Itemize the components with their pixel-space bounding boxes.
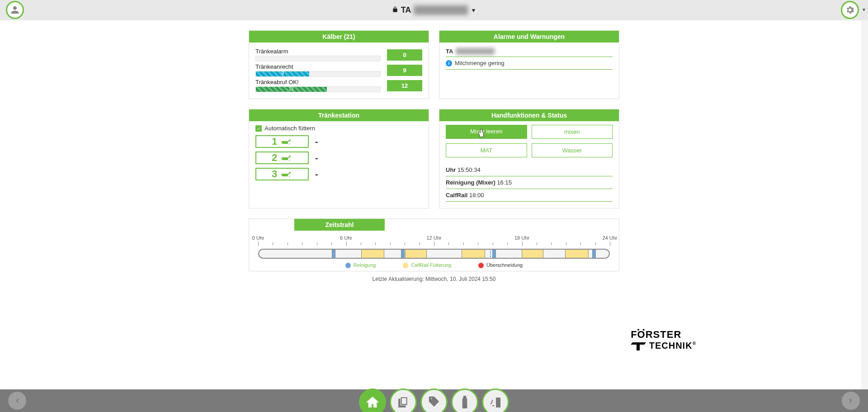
station-box: 2 [255,152,309,164]
timeline-segment-yellow [462,250,485,258]
mat-button[interactable]: MAT [446,143,527,157]
panel-station: Tränkestation Automatisch füttern 1-2-3- [249,109,429,208]
station-box: 3 [255,168,309,180]
auto-feed-checkbox[interactable]: Automatisch füttern [255,125,422,132]
legend-reinigung: Reinigung [345,262,376,268]
gear-icon [845,5,855,15]
header-chevron-down-icon: ▼ [862,7,866,12]
calf-icon [281,154,292,162]
nav-next-button[interactable] [842,392,860,410]
svg-rect-0 [496,398,500,407]
chevron-right-icon [847,397,855,405]
station-box: 1 [255,135,309,148]
device-selector[interactable]: TA XXXXXXXXX ▼ [392,5,476,15]
info-icon: i [446,60,452,66]
mixer-leeren-button[interactable]: Mixer leeren [446,125,527,139]
legend-overlap: Überschneidung [478,262,523,268]
panel-kaelber-title: Kälber (21) [249,31,429,43]
auto-feed-label: Automatisch füttern [264,125,315,132]
nav-station-button[interactable] [482,388,509,412]
panel-alarms: Alarme und Warnungen TA XXXXXXXXX iMilch… [439,30,619,99]
kaelber-row[interactable]: Tränkealarm 0 [255,48,422,62]
user-icon [10,5,19,14]
progress-fill: 9 [256,71,309,76]
yellow-dot-icon [403,263,408,268]
lock-icon [392,5,398,15]
home-icon [366,395,379,409]
device-id-hidden: XXXXXXXXX [414,5,468,15]
timeline-segment-yellow [405,250,427,258]
station-row[interactable]: 3- [255,168,422,180]
chevron-left-icon [13,397,21,405]
alarm-text: Milchmenge gering [455,60,505,66]
nav-prev-button[interactable] [8,392,26,410]
kaelber-label: Tränkealarm [255,48,381,55]
timeline-segment-blue [592,250,596,258]
main-content: Kälber (21) Tränkealarm 0Tränkeanrecht 9… [249,20,619,282]
chevron-down-icon: ▼ [471,7,476,14]
alarm-item[interactable]: iMilchmenge gering [446,57,613,70]
nav-home-button[interactable] [359,388,386,412]
copy-icon [397,396,409,408]
panel-kaelber: Kälber (21) Tränkealarm 0Tränkeanrecht 9… [249,30,429,99]
alarm-device-hidden: XXXXXXXXX [456,48,495,55]
nav-tag-button[interactable] [420,388,448,412]
timeline-segment-blue [492,250,496,258]
kaelber-label: Tränkeanrecht [255,63,381,70]
progress-bar [255,56,381,62]
bottle-icon [459,395,471,409]
nav-bottle-button[interactable] [451,388,478,412]
panel-handfn-title: Handfunktionen & Status [439,109,619,121]
calf-icon [281,170,292,178]
last-update-text: Letzte Aktualisierung: Mittwoch, 10. Jul… [249,276,619,282]
progress-fill: 12 [256,87,327,92]
station-value: - [315,153,318,163]
timeline-legend: Reinigung CalfRail Fütterung Überschneid… [258,262,610,268]
alarm-device-row[interactable]: TA XXXXXXXXX [446,46,613,57]
progress-bar: 12 [255,86,381,92]
wasser-button[interactable]: Wasser [532,143,613,157]
tag-icon [428,396,440,408]
panel-timeline: Zeitstrahl 0 Uhr6 Uhr12 Uhr18 Uhr24 Uhr … [249,218,619,271]
red-dot-icon [478,263,484,268]
bottom-nav [0,389,868,412]
timeline-segment-yellow [522,250,543,258]
status-line: Uhr 15:50:34 [446,164,613,176]
timeline-segment-yellow [361,250,385,258]
device-prefix: TA [401,5,411,15]
timeline-now-marker [490,249,491,259]
station-row[interactable]: 2- [255,152,422,164]
panel-station-title: Tränkestation [249,109,429,121]
foerster-technik-logo: ● ●FORSTER TECHNIK® [631,329,696,351]
station-value: - [315,169,318,180]
legend-calfrail: CalfRail Fütterung [403,262,451,268]
blue-dot-icon [345,263,351,268]
kaelber-label: Tränkeabruf OK! [255,79,381,85]
progress-bar: 9 [255,71,381,77]
panel-timeline-title: Zeitstrahl [294,219,385,231]
timeline-segment-blue [332,250,335,258]
kaelber-count: 9 [387,65,422,76]
timeline-axis: 0 Uhr6 Uhr12 Uhr18 Uhr24 Uhr [258,235,610,248]
status-line: Reinigung (Mixer) 16:15 [446,176,613,189]
station-row[interactable]: 1- [255,135,422,148]
kaelber-row[interactable]: Tränkeabruf OK! 12 12 [255,79,422,92]
top-header: TA XXXXXXXXX ▼ ▼ [0,0,868,20]
logo-t-icon [631,342,646,350]
kaelber-row[interactable]: Tränkeanrecht 9 9 [255,63,422,77]
scrollbar[interactable] [861,20,868,389]
station-icon [489,395,502,409]
kaelber-count: 12 [387,80,422,91]
calf-icon [281,137,292,146]
mixen-button[interactable]: mixen [532,125,613,139]
settings-button[interactable] [841,1,859,19]
kaelber-count: 0 [387,49,422,61]
alarm-device-prefix: TA [446,48,453,55]
user-button[interactable] [6,1,24,19]
status-line: CalfRail 18:00 [446,189,613,202]
timeline-segment-yellow [565,250,589,258]
panel-handfn: Handfunktionen & Status Mixer leeren mix… [439,109,619,208]
panel-alarms-title: Alarme und Warnungen [439,31,619,43]
nav-copy-button[interactable] [390,388,417,412]
timeline-track [258,249,610,259]
